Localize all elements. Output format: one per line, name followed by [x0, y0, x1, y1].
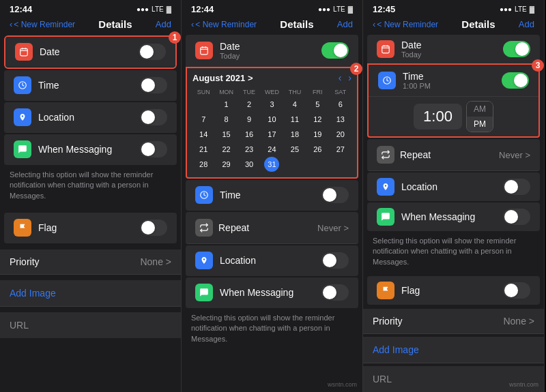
messaging-note-2: Selecting this option will show the remi… [182, 309, 362, 350]
messaging-toggle-1[interactable] [140, 141, 167, 157]
status-bar-3: 12:45 ●●● LTE ▓ [363, 0, 544, 16]
add-image-row-1[interactable]: Add Image [0, 280, 181, 307]
nav-back-1[interactable]: ‹ < New Reminder [10, 19, 75, 29]
add-image-label-3: Add Image [373, 344, 419, 355]
time-toggle-1[interactable] [140, 77, 167, 93]
messaging-note-1: Selecting this option will show the remi… [0, 166, 181, 207]
priority-row-3[interactable]: Priority None > [363, 309, 544, 334]
date-row-1[interactable]: Date [5, 37, 175, 67]
url-row-1[interactable]: URL [0, 312, 181, 338]
messaging-note-3: Selecting this option will show the remi… [363, 232, 544, 273]
location-label-2: Location [220, 255, 321, 266]
cal-week-3: 14 15 16 17 18 19 20 [192, 127, 351, 142]
messaging-row-2[interactable]: When Messaging [186, 277, 358, 308]
messaging-icon-3 [377, 208, 394, 226]
date-row-3[interactable]: Date Today [367, 35, 540, 63]
location-toggle-2[interactable] [321, 252, 349, 269]
repeat-left-2: Repeat [195, 219, 249, 237]
nav-back-3[interactable]: ‹ < New Reminder [373, 19, 438, 29]
status-bar-2: 12:44 ●●● LTE ▓ [182, 0, 362, 16]
flag-row-3[interactable]: Flag [367, 276, 540, 305]
add-image-row-3[interactable]: Add Image [363, 337, 544, 363]
status-time-3: 12:45 [373, 4, 395, 14]
nav-back-2[interactable]: ‹ < New Reminder [191, 19, 257, 29]
messaging-row-1[interactable]: When Messaging [4, 134, 177, 165]
repeat-label-3: Repeat [400, 149, 431, 160]
repeat-left-3: Repeat [377, 146, 431, 164]
time-toggle-2[interactable] [321, 187, 349, 203]
nav-title-3: Details [461, 18, 495, 30]
step-badge-3: 3 [532, 59, 544, 72]
date-toggle-1[interactable] [139, 44, 166, 60]
location-icon-3 [377, 178, 394, 196]
cal-prev[interactable]: ‹ [339, 72, 342, 83]
flag-label-1: Flag [38, 222, 140, 233]
pm-btn[interactable]: PM [467, 117, 493, 132]
location-toggle-1[interactable] [140, 109, 167, 125]
time-toggle-3[interactable] [502, 72, 529, 89]
repeat-row-3[interactable]: Repeat Never > [367, 139, 540, 171]
date-row-2[interactable]: Date Today [186, 35, 358, 67]
flag-toggle-1[interactable] [140, 220, 167, 236]
flag-row-1[interactable]: Flag [4, 213, 177, 243]
cal-week-1: 1 2 3 4 5 6 [192, 97, 351, 112]
date-toggle-3[interactable] [503, 41, 530, 57]
url-label-3: URL [373, 374, 392, 385]
priority-val-3: None > [503, 316, 534, 327]
step-badge-1: 1 [169, 31, 181, 44]
location-row-3[interactable]: Location [367, 172, 540, 201]
cal-header-2: August 2021 > ‹ › [192, 72, 351, 83]
watermark-2: wsntn.com [328, 381, 357, 388]
svg-rect-10 [382, 46, 390, 53]
time-icon-1 [14, 76, 31, 94]
am-btn[interactable]: AM [467, 102, 493, 117]
messaging-label-2: When Messaging [220, 287, 321, 298]
nav-add-1[interactable]: Add [156, 19, 171, 29]
flag-label-3: Flag [401, 285, 503, 296]
add-image-label-1: Add Image [10, 288, 56, 299]
cal-today[interactable]: 31 [264, 157, 279, 172]
time-label-2: Time [220, 190, 321, 200]
date-sublabel-2: Today [220, 52, 240, 60]
date-label-2: Date [220, 41, 240, 52]
time-display-3[interactable]: 1:00 [414, 104, 462, 130]
priority-row-1[interactable]: Priority None > [0, 250, 181, 275]
step-badge-2: 2 [350, 63, 362, 75]
cal-day-headers: SUN MON TUE WED THU FRI SAT [192, 87, 351, 97]
messaging-row-3[interactable]: When Messaging [367, 202, 540, 231]
cal-week-5: 28 29 30 31 [192, 157, 351, 172]
url-label-1: URL [10, 320, 29, 331]
messaging-toggle-3[interactable] [503, 209, 530, 225]
time-row-1[interactable]: Time [4, 70, 177, 101]
status-bar-1: 12:44 ●●● LTE ▓ [0, 0, 181, 16]
panel-3: 12:45 ●●● LTE ▓ ‹ < New Reminder Details… [363, 0, 545, 392]
nav-add-2[interactable]: Add [337, 19, 353, 29]
time-sublabel-3: 1:00 PM [403, 82, 431, 90]
url-row-3[interactable]: URL [363, 366, 544, 392]
time-picker-3: 1:00 AM PM [369, 101, 538, 132]
location-row-2[interactable]: Location [186, 245, 358, 276]
nav-add-3[interactable]: Add [519, 19, 534, 29]
flag-icon-3 [377, 282, 394, 299]
date-toggle-2[interactable] [321, 42, 349, 59]
cal-next[interactable]: › [348, 72, 351, 83]
location-row-1[interactable]: Location [4, 102, 177, 133]
location-icon-1 [14, 108, 31, 126]
repeat-row-2[interactable]: Repeat Never > [186, 212, 358, 244]
messaging-toggle-2[interactable] [321, 284, 349, 301]
cal-week-4: 21 22 23 24 25 26 27 [192, 142, 351, 157]
time-label-3: Time [403, 71, 431, 82]
nav-title-1: Details [98, 18, 132, 30]
repeat-val-2: Never > [317, 223, 349, 233]
status-time-2: 12:44 [191, 4, 214, 14]
time-icon-3 [378, 72, 396, 89]
flag-toggle-3[interactable] [503, 282, 530, 299]
date-label-3: Date [401, 40, 422, 50]
date-label-1: Date [40, 46, 139, 57]
status-time-1: 12:44 [10, 4, 32, 14]
time-row-3[interactable]: Time 1:00 PM [369, 65, 538, 97]
location-toggle-3[interactable] [503, 179, 530, 195]
time-row-2[interactable]: Time [186, 180, 358, 211]
ampm-group-3[interactable]: AM PM [466, 101, 493, 132]
panel-1: 12:44 ●●● LTE ▓ ‹ < New Reminder Details… [0, 0, 182, 392]
